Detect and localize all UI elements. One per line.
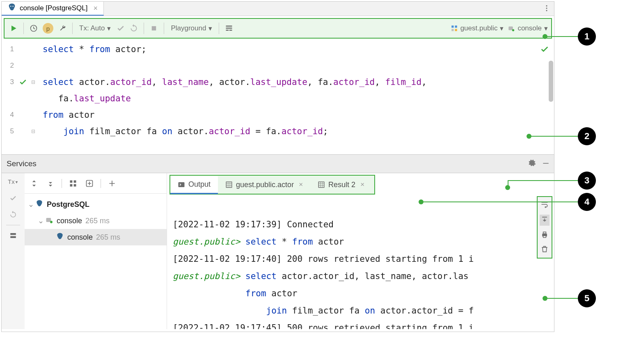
- chevron-down-icon: ⌄: [28, 200, 35, 209]
- chevron-down-icon: ▾: [208, 24, 212, 33]
- run-button[interactable]: [8, 21, 19, 35]
- output-tab-result1[interactable]: guest.public.actor ×: [218, 176, 310, 194]
- layout-button[interactable]: [223, 21, 235, 35]
- layout-icon[interactable]: [2, 229, 25, 242]
- tree-label: PostgreSQL: [47, 200, 89, 209]
- tree-row-session[interactable]: ⌄ console 265 ms: [25, 213, 167, 229]
- output-tab-result2[interactable]: Result 2 ×: [310, 176, 372, 194]
- mode-dropdown[interactable]: Playground ▾: [168, 24, 215, 33]
- chevron-down-icon: ⌄: [38, 216, 45, 225]
- svg-rect-11: [451, 25, 453, 27]
- tree-label: console: [57, 217, 82, 225]
- svg-rect-14: [455, 29, 457, 31]
- tree-meta: 265 ms: [96, 233, 120, 242]
- collapse-all-icon[interactable]: [45, 179, 56, 188]
- editor-gutter: 1 2 3⊟ 4 5⊟: [2, 39, 39, 154]
- services-left-toolbar: Tx▾: [2, 173, 25, 329]
- output-toolbar: [537, 196, 552, 259]
- file-tab-console[interactable]: console [PostgreSQL] ×: [2, 2, 104, 16]
- tx-mode-dropdown[interactable]: Tx: Auto ▾: [77, 24, 113, 33]
- output-column: Output guest.public.actor × Result 2 × […: [167, 173, 554, 329]
- services-panel-header[interactable]: Services: [2, 154, 554, 173]
- fold-icon[interactable]: ⊟: [30, 79, 37, 85]
- svg-rect-7: [226, 25, 232, 27]
- file-tab-bar: console [PostgreSQL] ×: [2, 2, 554, 16]
- mode-label: Playground: [171, 24, 206, 32]
- schema-dropdown[interactable]: guest.public ▾: [451, 24, 504, 33]
- postgresql-icon: [56, 232, 64, 243]
- commit-button[interactable]: [115, 21, 126, 35]
- grid-icon[interactable]: [68, 179, 78, 188]
- svg-point-3: [546, 8, 547, 9]
- filter-icon[interactable]: [84, 179, 95, 188]
- schema-label: guest.public: [460, 24, 498, 32]
- output-tab-label: Output: [188, 180, 211, 189]
- print-icon[interactable]: [540, 231, 549, 240]
- services-title: Services: [7, 159, 37, 168]
- close-icon[interactable]: ×: [360, 181, 364, 189]
- file-tab-label: console [PostgreSQL]: [20, 4, 87, 12]
- services-tree-column: ⌄ PostgreSQL ⌄ console 265 ms console 26…: [25, 173, 167, 329]
- session-dropdown[interactable]: console ▾: [508, 24, 548, 33]
- svg-rect-18: [10, 233, 16, 235]
- expand-all-icon[interactable]: [29, 179, 39, 188]
- svg-rect-6: [152, 26, 156, 31]
- output-tab-output[interactable]: Output: [170, 176, 218, 194]
- svg-rect-20: [70, 180, 73, 183]
- p-badge[interactable]: p: [41, 21, 55, 35]
- scroll-to-end-icon[interactable]: [540, 215, 550, 226]
- console-icon: [45, 216, 53, 226]
- output-tab-label: guest.public.actor: [236, 181, 294, 189]
- minimize-icon[interactable]: [542, 159, 550, 169]
- callout-4: 4: [578, 193, 596, 211]
- chevron-down-icon: ▾: [107, 24, 111, 33]
- svg-rect-22: [70, 184, 73, 186]
- chevron-down-icon: ▾: [500, 24, 504, 33]
- add-icon[interactable]: [107, 179, 117, 188]
- output-console[interactable]: [2022-11-02 19:17:39] Connected guest.pu…: [167, 195, 554, 329]
- tree-row-datasource[interactable]: ⌄ PostgreSQL: [25, 196, 167, 213]
- tree-label: console: [67, 233, 93, 242]
- tx-icon[interactable]: Tx▾: [2, 176, 25, 188]
- commit-icon[interactable]: [2, 192, 25, 204]
- output-tab-label: Result 2: [328, 181, 355, 189]
- code-editor[interactable]: 1 2 3⊟ 4 5⊟ select * from actor; select …: [2, 39, 554, 154]
- check-icon: [16, 78, 30, 86]
- svg-rect-19: [10, 236, 16, 238]
- rollback-icon[interactable]: [2, 208, 25, 221]
- session-label: console: [518, 24, 542, 32]
- postgresql-icon: [7, 3, 16, 14]
- close-icon[interactable]: ×: [299, 181, 303, 189]
- svg-point-1: [13, 6, 14, 7]
- tree-row-console[interactable]: console 265 ms: [25, 229, 167, 245]
- svg-rect-17: [543, 163, 548, 164]
- services-panel: Tx▾ ⌄ PostgreSQL: [2, 173, 554, 329]
- svg-rect-23: [74, 184, 76, 186]
- svg-point-4: [546, 10, 547, 11]
- history-button[interactable]: [28, 21, 39, 35]
- rollback-button[interactable]: [128, 21, 140, 35]
- callout-5: 5: [578, 289, 596, 307]
- inspection-ok-icon[interactable]: [540, 43, 549, 59]
- code-area[interactable]: select * from actor; select actor.actor_…: [39, 39, 554, 154]
- callout-3: 3: [578, 172, 596, 190]
- postgresql-icon: [35, 199, 44, 210]
- gear-icon[interactable]: [528, 159, 536, 169]
- tx-mode-label: Tx: Auto: [79, 24, 105, 32]
- services-tree[interactable]: ⌄ PostgreSQL ⌄ console 265 ms console 26…: [25, 194, 167, 248]
- svg-rect-15: [509, 27, 513, 30]
- close-icon[interactable]: ×: [93, 4, 98, 13]
- trash-icon[interactable]: [540, 245, 549, 254]
- svg-rect-27: [179, 182, 185, 187]
- svg-point-26: [50, 221, 53, 223]
- callout-2: 2: [578, 127, 596, 145]
- svg-rect-12: [455, 25, 457, 27]
- more-icon[interactable]: [543, 4, 551, 14]
- svg-rect-13: [451, 29, 453, 31]
- settings-wrench-button[interactable]: [57, 21, 68, 35]
- svg-rect-21: [74, 180, 76, 183]
- scrollbar[interactable]: [549, 61, 553, 102]
- stop-button[interactable]: [148, 21, 160, 35]
- fold-icon[interactable]: ⊟: [30, 128, 37, 134]
- svg-point-2: [546, 5, 547, 7]
